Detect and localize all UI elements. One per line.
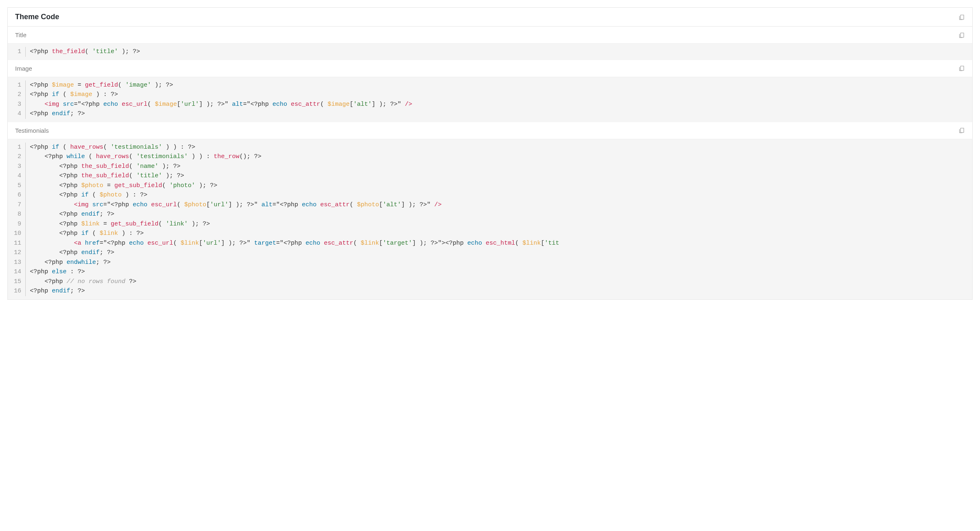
- code-token: 'name': [136, 163, 158, 170]
- clipboard-icon[interactable]: [958, 32, 965, 38]
- line-number: 2: [8, 90, 26, 100]
- code-token: $photo: [184, 201, 206, 208]
- code-token: get_sub_field: [111, 221, 158, 228]
- code-block[interactable]: 1<?php the_field( 'title' ); ?>: [8, 44, 972, 60]
- line-number: 12: [8, 248, 26, 258]
- code-block[interactable]: 1<?php $image = get_field( 'image' ); ?>…: [8, 77, 972, 122]
- code-token: <?php: [250, 101, 272, 108]
- code-token: ] );: [412, 240, 430, 247]
- code-line: 4<?php endif; ?>: [8, 109, 972, 119]
- code-token: [30, 249, 59, 256]
- code-token: 'target': [383, 240, 412, 247]
- clipboard-icon[interactable]: [958, 14, 965, 20]
- code-token: <?php: [59, 230, 81, 237]
- code-content: <?php endif; ?>: [30, 210, 972, 219]
- code-token: ;: [70, 288, 78, 295]
- code-token: $image: [327, 101, 350, 108]
- clipboard-icon[interactable]: [958, 65, 965, 71]
- code-token: <?php: [30, 82, 52, 89]
- code-token: =": [103, 201, 111, 208]
- code-token: <?php: [81, 101, 103, 108]
- line-number: 8: [8, 210, 26, 219]
- code-token: ": [247, 240, 254, 247]
- code-token: endif: [52, 110, 70, 117]
- code-token: =": [272, 201, 280, 208]
- code-token: (: [515, 240, 522, 247]
- code-token: 'image': [125, 82, 151, 89]
- code-token: <?php: [59, 211, 81, 218]
- code-token: [30, 259, 45, 266]
- code-token: ?>: [78, 110, 85, 117]
- code-line: 8 <?php endif; ?>: [8, 210, 972, 219]
- code-token: <?php: [59, 192, 81, 199]
- code-token: <?php: [45, 259, 67, 266]
- code-content: <?php endwhile; ?>: [30, 258, 972, 268]
- section-header: Image: [8, 60, 972, 77]
- code-token: target: [254, 240, 276, 247]
- code-token: [30, 172, 59, 179]
- code-line: 3 <?php the_sub_field( 'name' ); ?>: [8, 162, 972, 172]
- code-token: (: [118, 82, 125, 89]
- code-token: (: [162, 182, 169, 189]
- code-token: );: [188, 221, 203, 228]
- code-token: ();: [239, 153, 254, 160]
- code-token: alt: [261, 201, 272, 208]
- code-token: esc_url: [122, 101, 147, 108]
- code-content: <?php if ( have_rows( 'testimonials' ) )…: [30, 143, 972, 152]
- code-token: ] );: [221, 240, 239, 247]
- code-line: 4 <?php the_sub_field( 'title' ); ?>: [8, 171, 972, 181]
- code-token: echo: [305, 240, 324, 247]
- code-token: esc_attr: [324, 240, 353, 247]
- code-token: 'url': [180, 101, 199, 108]
- code-token: ">: [438, 240, 445, 247]
- code-token: 'title': [92, 48, 118, 55]
- code-content: <?php $photo = get_sub_field( 'photo' );…: [30, 181, 972, 191]
- code-token: $link: [361, 240, 379, 247]
- code-token: (: [320, 101, 327, 108]
- line-number: 14: [8, 267, 26, 277]
- svg-rect-2: [960, 66, 964, 71]
- code-token: ] );: [372, 101, 390, 108]
- code-token: $photo: [357, 201, 379, 208]
- code-line: 2 <?php while ( have_rows( 'testimonials…: [8, 152, 972, 162]
- code-token: $photo: [100, 192, 122, 199]
- code-token: ?>: [177, 172, 184, 179]
- code-token: 'link': [166, 221, 188, 228]
- code-token: [30, 278, 45, 285]
- code-token: [30, 153, 45, 160]
- code-line: 2<?php if ( $image ) : ?>: [8, 90, 972, 100]
- code-token: 'testimonials': [111, 144, 162, 151]
- code-token: 'tit: [545, 240, 559, 247]
- code-token: (: [129, 163, 136, 170]
- code-token: (: [177, 201, 184, 208]
- code-token: <?php: [59, 172, 81, 179]
- code-token: href: [85, 240, 100, 247]
- code-content: <?php the_sub_field( 'title' ); ?>: [30, 171, 972, 181]
- section-header: Testimonials: [8, 122, 972, 139]
- clipboard-icon[interactable]: [958, 127, 965, 134]
- code-content: <?php the_sub_field( 'name' ); ?>: [30, 162, 972, 172]
- code-token: [30, 182, 59, 189]
- line-number: 4: [8, 109, 26, 119]
- code-token: $image: [70, 91, 92, 98]
- code-token: <a: [74, 240, 85, 247]
- line-number: 6: [8, 190, 26, 200]
- code-token: =": [74, 101, 81, 108]
- code-token: (: [353, 240, 361, 247]
- code-token: ?>: [166, 82, 173, 89]
- code-token: 'photo': [169, 182, 195, 189]
- code-token: <?php: [30, 48, 52, 55]
- code-token: [30, 201, 74, 208]
- code-block[interactable]: 1<?php if ( have_rows( 'testimonials' ) …: [8, 139, 972, 299]
- code-token: (: [89, 192, 100, 199]
- line-number: 1: [8, 80, 26, 90]
- line-number: 2: [8, 152, 26, 162]
- line-number: 3: [8, 100, 26, 109]
- code-content: <?php if ( $image ) : ?>: [30, 90, 972, 100]
- code-token: echo: [467, 240, 486, 247]
- code-token: ;: [100, 211, 107, 218]
- code-line: 1<?php if ( have_rows( 'testimonials' ) …: [8, 143, 972, 152]
- code-token: [30, 101, 45, 108]
- code-token: the_field: [52, 48, 85, 55]
- code-line: 12 <?php endif; ?>: [8, 248, 972, 258]
